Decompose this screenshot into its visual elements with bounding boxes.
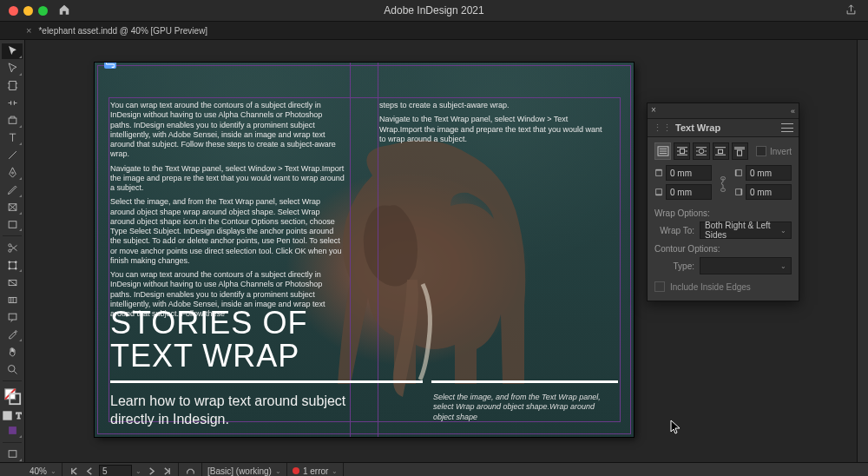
svg-point-10 — [8, 268, 10, 269]
zoom-tool[interactable] — [2, 361, 23, 377]
offset-left-field[interactable]: 0 mm — [746, 165, 792, 181]
link-offsets-toggle[interactable] — [717, 176, 729, 192]
subheadline: Learn how to wrap text around subject di… — [110, 393, 362, 429]
gradient-feather-tool[interactable] — [2, 292, 23, 307]
invert-label: Invert — [770, 147, 792, 156]
eyedropper-tool[interactable] — [2, 327, 23, 342]
minimize-window-button[interactable] — [23, 6, 33, 16]
svg-rect-21 — [9, 427, 16, 435]
svg-rect-0 — [9, 82, 16, 90]
next-page-button[interactable] — [145, 465, 157, 476]
svg-point-15 — [8, 365, 15, 372]
contour-options-label: Contour Options: — [654, 244, 792, 254]
caption-text: Select the image, and from the Text Wrap… — [433, 393, 611, 422]
page-tool[interactable] — [2, 78, 23, 94]
svg-point-5 — [8, 244, 10, 247]
formatting-container-toggle[interactable]: T — [2, 409, 23, 421]
text-wrap-panel: × « ⋮⋮ Text Wrap — [647, 102, 799, 301]
rule-1 — [110, 380, 423, 383]
window-controls — [0, 6, 48, 16]
zoom-level[interactable]: 40% — [30, 466, 47, 476]
content-collector-tool[interactable] — [2, 113, 23, 129]
panel-menu-icon[interactable] — [781, 123, 793, 132]
first-page-button[interactable] — [68, 465, 80, 476]
note-tool[interactable] — [2, 309, 23, 325]
chevron-down-icon[interactable]: ⌄ — [332, 467, 338, 475]
headline-line2: TEXT WRAP — [110, 340, 299, 373]
apply-color-button[interactable] — [2, 423, 23, 439]
rectangle-frame-tool[interactable] — [2, 200, 23, 215]
chevron-down-icon[interactable]: ⌄ — [135, 467, 141, 475]
contour-type-dropdown[interactable]: ⌄ — [700, 257, 792, 274]
svg-rect-1 — [9, 118, 16, 123]
gradient-swatch-tool[interactable] — [2, 274, 23, 290]
svg-point-9 — [15, 261, 16, 263]
svg-point-2 — [11, 172, 13, 174]
open-bridge-button[interactable] — [184, 465, 196, 476]
svg-rect-27 — [680, 149, 684, 153]
panel-close-icon[interactable]: × — [651, 105, 656, 115]
svg-rect-40 — [738, 150, 742, 155]
rectangle-tool[interactable] — [2, 217, 23, 233]
chevron-down-icon: ⌄ — [780, 262, 786, 270]
wrap-jump-object-button[interactable] — [713, 142, 729, 160]
gap-tool[interactable] — [2, 96, 23, 111]
include-inside-edges-label: Include Inside Edges — [670, 282, 751, 292]
offset-top-field[interactable]: 0 mm — [666, 165, 712, 181]
offset-top-icon — [654, 169, 663, 177]
direct-selection-tool[interactable] — [2, 61, 23, 76]
scissors-tool[interactable] — [2, 240, 23, 255]
svg-point-6 — [8, 249, 10, 252]
headline-line1: STORIES OF — [110, 307, 307, 340]
offset-right-field[interactable]: 0 mm — [746, 184, 792, 200]
wrap-to-dropdown[interactable]: Both Right & Left Sides⌄ — [700, 221, 792, 239]
home-icon[interactable] — [48, 3, 70, 17]
line-tool[interactable] — [2, 148, 23, 163]
prev-page-button[interactable] — [83, 465, 95, 476]
svg-rect-43 — [656, 170, 662, 176]
preflight-profile[interactable]: [Basic] (working) — [207, 466, 272, 476]
wrap-jump-column-button[interactable] — [732, 142, 748, 160]
svg-rect-4 — [9, 221, 16, 228]
chevron-down-icon[interactable]: ⌄ — [50, 467, 56, 475]
document-tab[interactable]: *elephant asset.indd @ 40% [GPU Preview] — [38, 26, 207, 36]
error-count[interactable]: 1 error — [303, 466, 328, 476]
pencil-tool[interactable] — [2, 182, 23, 198]
last-page-button[interactable] — [161, 465, 173, 476]
free-transform-tool[interactable] — [2, 257, 23, 273]
selection-tool[interactable] — [2, 43, 23, 59]
svg-rect-49 — [736, 170, 742, 176]
right-panel-rail[interactable] — [857, 40, 868, 462]
body-text-right: steps to create a subject-aware wrap. Na… — [379, 101, 605, 149]
svg-rect-19 — [3, 411, 11, 419]
wrap-to-label: Wrap To: — [654, 226, 694, 235]
page-number-field[interactable]: 5 — [99, 465, 132, 477]
chevron-down-icon[interactable]: ⌄ — [275, 467, 281, 475]
close-window-button[interactable] — [9, 6, 18, 16]
panel-header[interactable]: × « — [648, 103, 799, 119]
svg-point-8 — [8, 261, 10, 263]
pen-tool[interactable] — [2, 165, 23, 181]
offset-bottom-field[interactable]: 0 mm — [666, 184, 712, 200]
document-tab-bar: × *elephant asset.indd @ 40% [GPU Previe… — [0, 21, 868, 40]
svg-text:T: T — [16, 411, 22, 420]
screen-mode-button[interactable] — [2, 446, 23, 462]
close-tab-button[interactable]: × — [26, 25, 31, 36]
app-title: Adobe InDesign 2021 — [0, 4, 868, 17]
share-icon[interactable] — [845, 3, 858, 18]
wrap-none-button[interactable] — [654, 142, 671, 160]
document-page[interactable]: You can wrap text around the contours of… — [95, 63, 634, 437]
hand-tool[interactable] — [2, 344, 23, 360]
canvas[interactable]: You can wrap text around the contours of… — [25, 40, 857, 462]
svg-rect-51 — [736, 189, 742, 195]
contour-type-label: Type: — [654, 261, 694, 271]
wrap-object-shape-button[interactable] — [693, 142, 709, 160]
chevron-down-icon: ⌄ — [780, 227, 786, 235]
invert-checkbox[interactable] — [756, 146, 766, 156]
panel-collapse-icon[interactable]: « — [791, 107, 795, 116]
type-tool[interactable] — [2, 130, 23, 146]
wrap-bounding-box-button[interactable] — [674, 142, 690, 160]
fill-stroke-swatch[interactable] — [2, 385, 23, 407]
zoom-window-button[interactable] — [38, 6, 48, 16]
include-inside-edges-checkbox[interactable] — [654, 281, 665, 292]
